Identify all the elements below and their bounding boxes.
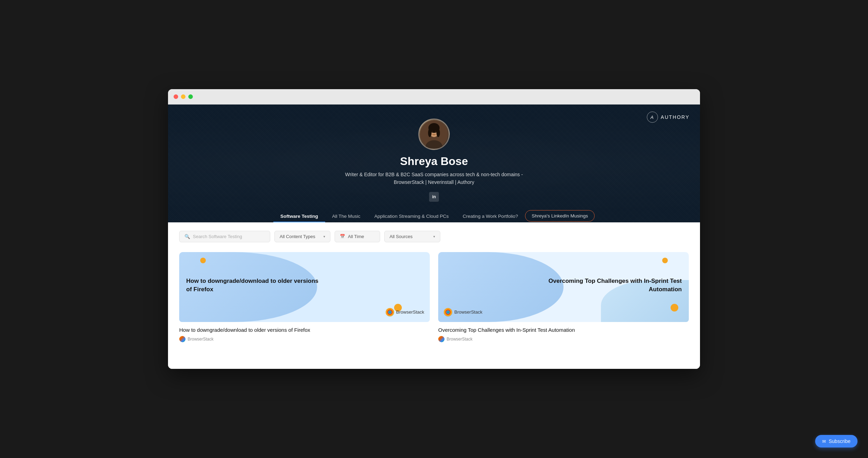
author-bio: Writer & Editor for B2B & B2C SaaS compa…	[345, 171, 523, 186]
article-card-1[interactable]: How to downgrade/download to older versi…	[179, 252, 430, 343]
tab-software-testing[interactable]: Software Testing	[273, 210, 325, 222]
thumbnail-orange-dot-top-right	[662, 258, 668, 263]
article-meta-logo-1	[179, 336, 186, 342]
authory-logo-circle: A	[647, 112, 658, 123]
avatar	[418, 119, 450, 150]
calendar-icon: 📅	[340, 234, 345, 239]
article-meta-1: BrowserStack	[179, 336, 430, 342]
sources-dropdown[interactable]: All Sources ▾	[384, 231, 440, 242]
nav-tabs: Software Testing All The Music Applicati…	[273, 210, 595, 222]
avatar-image	[420, 120, 448, 148]
email-icon: ✉	[822, 439, 826, 444]
tab-application-streaming[interactable]: Application Streaming & Cloud PCs	[368, 210, 456, 222]
date-filter[interactable]: 📅 All Time	[335, 231, 380, 242]
thumbnail-title-2: Overcoming Top Challenges with In-Sprint…	[544, 277, 682, 294]
article-thumbnail-2: Overcoming Top Challenges with In-Sprint…	[438, 252, 689, 322]
articles-grid: How to downgrade/download to older versi…	[179, 252, 689, 343]
tab-linkedin-musings[interactable]: Shreya's LinkedIn Musings	[525, 210, 595, 222]
source-name-1: BrowserStack	[396, 309, 424, 315]
svg-point-5	[436, 129, 440, 137]
sources-label: All Sources	[390, 234, 413, 239]
subscribe-button[interactable]: ✉ Subscribe	[815, 435, 858, 448]
tab-all-music[interactable]: All The Music	[325, 210, 368, 222]
article-meta-logo-2	[438, 336, 444, 342]
article-title-1: How to downgrade/download to older versi…	[179, 326, 430, 334]
browser-content: A AUTHORY	[168, 105, 700, 369]
thumbnail-orange-dot-top	[200, 258, 206, 263]
authory-brand-name: AUTHORY	[661, 114, 690, 120]
traffic-light-green[interactable]	[188, 94, 193, 99]
browser-chrome	[168, 89, 700, 105]
thumbnail-source-1: BrowserStack	[386, 308, 424, 316]
traffic-light-yellow[interactable]	[181, 94, 186, 99]
chevron-down-icon: ▾	[323, 235, 325, 238]
article-thumbnail-1: How to downgrade/download to older versi…	[179, 252, 430, 322]
svg-point-6	[432, 131, 433, 133]
date-label: All Time	[348, 234, 364, 239]
article-title-2: Overcoming Top Challenges with In-Sprint…	[438, 326, 689, 334]
main-content: 🔍 Search Software Testing All Content Ty…	[168, 222, 700, 369]
browserstack-logo-2	[444, 308, 452, 316]
search-icon: 🔍	[184, 234, 190, 239]
search-placeholder-text: Search Software Testing	[193, 234, 242, 239]
article-meta-2: BrowserStack	[438, 336, 689, 342]
avatar-container	[418, 119, 450, 150]
filter-bar: 🔍 Search Software Testing All Content Ty…	[179, 231, 689, 242]
svg-point-4	[428, 129, 432, 137]
traffic-light-red[interactable]	[174, 94, 178, 99]
chevron-down-icon-sources: ▾	[433, 235, 435, 238]
thumbnail-source-2: BrowserStack	[444, 308, 482, 316]
search-box[interactable]: 🔍 Search Software Testing	[179, 231, 270, 242]
svg-point-11	[389, 311, 391, 313]
svg-point-7	[435, 131, 436, 133]
content-types-dropdown[interactable]: All Content Types ▾	[274, 231, 330, 242]
author-name: Shreya Bose	[400, 155, 468, 168]
authory-logo[interactable]: A AUTHORY	[647, 112, 690, 123]
tab-work-portfolio[interactable]: Creating a Work Portfolio?	[456, 210, 525, 222]
source-name-2: BrowserStack	[454, 309, 482, 315]
thumbnail-title-1: How to downgrade/download to older versi…	[186, 277, 324, 294]
hero-section: A AUTHORY	[168, 105, 700, 222]
article-meta-source-1: BrowserStack	[188, 337, 214, 342]
article-card-2[interactable]: Overcoming Top Challenges with In-Sprint…	[438, 252, 689, 343]
thumbnail-orange-dot-bottom-right	[671, 304, 678, 312]
article-meta-source-2: BrowserStack	[447, 337, 472, 342]
svg-point-15	[447, 311, 449, 313]
linkedin-icon[interactable]: in	[429, 192, 439, 202]
content-types-label: All Content Types	[280, 234, 315, 239]
browserstack-logo-1	[386, 308, 394, 316]
